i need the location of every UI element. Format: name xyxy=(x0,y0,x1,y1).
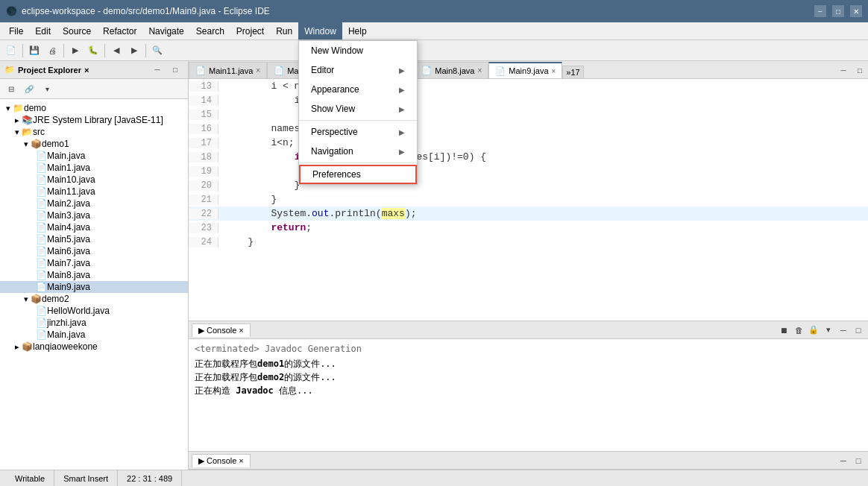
sidebar-tree: ▾ 📁 demo ▸ 📚 JRE System Library [JavaSE-… xyxy=(0,99,188,470)
menu-window[interactable]: Window xyxy=(298,22,342,40)
menu-navigate[interactable]: Navigate xyxy=(142,22,189,40)
console-min-btn[interactable]: ─ xyxy=(837,324,850,337)
menu-navigation[interactable]: Navigation ▶ xyxy=(299,142,417,161)
console-tab-2[interactable]: ▶ Console × xyxy=(192,454,251,467)
line-num-14: 14 xyxy=(189,95,218,106)
console-close-2[interactable]: × xyxy=(239,456,243,465)
tab-main9[interactable]: 📄 Main9.java × xyxy=(488,62,562,78)
console-max-btn[interactable]: □ xyxy=(852,324,865,337)
tree-label: demo1 xyxy=(42,139,69,149)
tree-label: Main5.java xyxy=(47,234,90,244)
tree-item-jinzhi[interactable]: 📄 jinzhi.java xyxy=(0,317,188,329)
tab-icon: 📄 xyxy=(421,66,432,75)
tree-item-main2[interactable]: 📄 Main2.java xyxy=(0,198,188,209)
collapse-all-btn[interactable]: ⊟ xyxy=(3,81,19,97)
toolbar-print[interactable]: 🖨 xyxy=(44,42,60,59)
toolbar-sep-3 xyxy=(104,44,105,57)
line-num-24: 24 xyxy=(189,237,218,247)
editor-min-btn[interactable]: ─ xyxy=(835,62,852,78)
code-line-16: 16 names[0]; xyxy=(189,122,868,136)
tree-item-main3[interactable]: 📄 Main3.java xyxy=(0,209,188,221)
maximize-button[interactable]: □ xyxy=(832,5,844,17)
line-num-22: 22 xyxy=(189,209,218,219)
menu-file[interactable]: File xyxy=(3,22,29,40)
editor-max-btn[interactable]: □ xyxy=(852,62,868,78)
line-num-17: 17 xyxy=(189,138,218,148)
tab-close-main9[interactable]: × xyxy=(552,67,556,75)
tab-main11[interactable]: 📄 Main11.java × xyxy=(189,62,267,78)
tree-item-main9[interactable]: 📄 Main9.java xyxy=(0,281,188,293)
tree-item-main7[interactable]: 📄 Main7.java xyxy=(0,257,188,269)
console2-max-btn[interactable]: □ xyxy=(852,454,865,467)
toolbar-debug[interactable]: 🐛 xyxy=(85,42,101,59)
tree-icon-pkg: 📦 xyxy=(31,139,42,149)
tree-item-src[interactable]: ▾ 📂 src xyxy=(0,126,188,138)
toolbar-new[interactable]: 📄 xyxy=(3,42,19,59)
menu-editor[interactable]: Editor ▶ xyxy=(299,60,417,80)
tree-item-main-d2[interactable]: 📄 Main.java xyxy=(0,329,188,341)
console-controls-2: ─ □ xyxy=(837,454,865,467)
navigation-label: Navigation xyxy=(311,146,353,157)
menu-edit[interactable]: Edit xyxy=(29,22,57,40)
menu-refactor[interactable]: Refactor xyxy=(97,22,142,40)
menu-search[interactable]: Search xyxy=(190,22,230,40)
tree-item-main8[interactable]: 📄 Main8.java xyxy=(0,269,188,281)
tree-icon-java: 📄 xyxy=(36,329,47,340)
menu-new-window[interactable]: New Window xyxy=(299,41,417,60)
tab-close-main11[interactable]: × xyxy=(256,66,260,75)
menu-run[interactable]: Run xyxy=(270,22,298,40)
tree-item-main4[interactable]: 📄 Main4.java xyxy=(0,221,188,233)
console-stop-btn[interactable]: ⏹ xyxy=(777,324,790,337)
tree-item-demo2[interactable]: ▾ 📦 demo2 xyxy=(0,293,188,305)
console-scroll-lock-btn[interactable]: 🔒 xyxy=(807,324,820,337)
tree-item-main11[interactable]: 📄 Main11.java xyxy=(0,186,188,198)
console-menu-btn[interactable]: ▾ xyxy=(822,324,835,337)
minimize-button[interactable]: − xyxy=(814,5,826,17)
toolbar-search[interactable]: 🔍 xyxy=(149,42,166,59)
status-insert-mode: Smart Insert xyxy=(54,470,118,486)
tree-item-demo1[interactable]: ▾ 📦 demo1 xyxy=(0,138,188,150)
toolbar-run[interactable]: ▶ xyxy=(67,42,84,59)
console-tab-1[interactable]: ▶ Console × xyxy=(192,324,251,337)
toolbar-save[interactable]: 💾 xyxy=(26,42,43,59)
console-clear-btn[interactable]: 🗑 xyxy=(792,324,805,337)
code-editor[interactable]: 13 i < n; i++) { 14 in.nextLine(); 15 16… xyxy=(189,79,868,321)
tree-item-main[interactable]: 📄 Main.java xyxy=(0,150,188,162)
menu-help[interactable]: Help xyxy=(342,22,373,40)
tab-close-main8[interactable]: × xyxy=(477,66,482,75)
menu-project[interactable]: Project xyxy=(230,22,270,40)
toolbar-forward[interactable]: ▶ xyxy=(126,42,142,59)
line-num-20: 20 xyxy=(189,180,218,191)
console-close-1[interactable]: × xyxy=(239,326,243,335)
tree-icon-java: 📄 xyxy=(36,222,47,233)
toolbar-back[interactable]: ◀ xyxy=(108,42,125,59)
tree-item-main1[interactable]: 📄 Main1.java xyxy=(0,162,188,174)
sidebar-menu-btn[interactable]: ▾ xyxy=(39,81,55,97)
menu-preferences[interactable]: Preferences xyxy=(299,165,417,184)
console2-min-btn[interactable]: ─ xyxy=(837,454,850,467)
close-button[interactable]: ✕ xyxy=(850,5,862,17)
menu-source[interactable]: Source xyxy=(57,22,97,40)
tab-main8[interactable]: 📄 Main8.java × xyxy=(415,62,488,78)
menu-appearance[interactable]: Appearance ▶ xyxy=(299,80,417,99)
tree-label: Main3.java xyxy=(47,210,90,221)
tree-item-main5[interactable]: 📄 Main5.java xyxy=(0,233,188,245)
tree-item-helloworld[interactable]: 📄 HelloWorld.java xyxy=(0,305,188,317)
tree-item-main10[interactable]: 📄 Main10.java xyxy=(0,174,188,186)
line-num-15: 15 xyxy=(189,110,218,120)
console-content-1: <terminated> Javadoc Generation 正在加载程序包d… xyxy=(189,339,868,451)
sidebar-title: Project Explorer xyxy=(18,66,81,75)
tree-item-jre[interactable]: ▸ 📚 JRE System Library [JavaSE-11] xyxy=(0,114,188,126)
tree-item-lanqiao[interactable]: ▸ 📦 lanqiaoweekone xyxy=(0,341,188,353)
link-editor-btn[interactable]: 🔗 xyxy=(21,81,37,97)
sidebar-min-btn[interactable]: ─ xyxy=(149,62,166,78)
sidebar-max-btn[interactable]: □ xyxy=(167,62,183,78)
tree-item-main6[interactable]: 📄 Main6.java xyxy=(0,245,188,257)
menu-perspective[interactable]: Perspective ▶ xyxy=(299,122,417,142)
console-icon-2: ▶ xyxy=(198,456,204,466)
tree-item-demo[interactable]: ▾ 📁 demo xyxy=(0,102,188,114)
tab-overflow[interactable]: »17 xyxy=(562,66,583,78)
show-view-label: Show View xyxy=(311,104,355,114)
tree-label: lanqiaoweekone xyxy=(33,341,98,352)
menu-show-view[interactable]: Show View ▶ xyxy=(299,99,417,119)
